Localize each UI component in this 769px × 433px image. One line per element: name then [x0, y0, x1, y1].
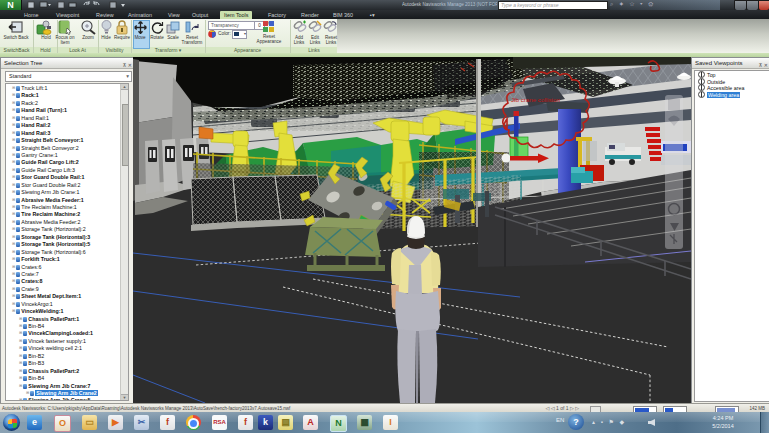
svg-text:Jib crane collision: Jib crane collision: [511, 96, 560, 103]
